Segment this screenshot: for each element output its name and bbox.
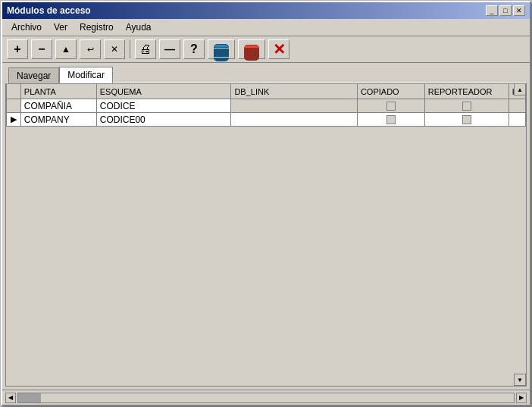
table-row[interactable]: ▶ COMPANY CODICE00 bbox=[7, 113, 526, 127]
cell-reporteador[interactable] bbox=[424, 99, 509, 113]
cell-db-link[interactable] bbox=[231, 99, 358, 113]
x-small-icon: ✕ bbox=[111, 44, 118, 55]
menu-registro[interactable]: Registro bbox=[74, 20, 120, 34]
cell-h bbox=[509, 113, 525, 127]
horizontal-scrollbar[interactable] bbox=[17, 393, 515, 403]
scrollbar-thumb[interactable] bbox=[18, 393, 41, 402]
question-icon: ? bbox=[190, 42, 198, 56]
plus-icon: + bbox=[14, 42, 20, 56]
cell-esquema[interactable]: CODICE00 bbox=[96, 113, 231, 127]
print-button[interactable]: 🖨 bbox=[135, 39, 156, 59]
help-button[interactable]: ? bbox=[183, 39, 205, 59]
scroll-left-button[interactable]: ◀ bbox=[5, 393, 16, 403]
col-planta: PLANTA bbox=[20, 84, 96, 99]
cell-db-link[interactable] bbox=[231, 113, 358, 127]
cell-h bbox=[509, 99, 525, 113]
col-copiado: COPIADO bbox=[357, 84, 424, 99]
close-large-button[interactable]: ✕ bbox=[268, 39, 289, 59]
col-reporteador: REPORTEADOR bbox=[424, 84, 509, 99]
tabs-area: Navegar Modificar bbox=[2, 63, 530, 83]
main-window: Módulos de acceso _ □ ✕ Archivo Ver Regi… bbox=[1, 1, 531, 406]
menu-archivo[interactable]: Archivo bbox=[5, 20, 48, 34]
tab-navegar[interactable]: Navegar bbox=[8, 67, 59, 83]
x-large-icon: ✕ bbox=[273, 40, 286, 58]
dash-icon: — bbox=[164, 43, 175, 55]
maximize-button[interactable]: □ bbox=[499, 5, 512, 16]
window-title: Módulos de acceso bbox=[7, 5, 91, 16]
cell-reporteador[interactable] bbox=[424, 113, 509, 127]
minus-icon: − bbox=[38, 42, 45, 56]
scrollbar-bottom: ▼ bbox=[514, 374, 526, 386]
main-content: PLANTA ESQUEMA DB_LINK COPIADO REPORTEAD… bbox=[5, 83, 527, 387]
cell-planta[interactable]: COMPAÑIA bbox=[20, 99, 96, 113]
scroll-up-indicator: ▲ bbox=[517, 86, 523, 93]
col-esquema: ESQUEMA bbox=[96, 84, 231, 99]
title-bar: Módulos de acceso _ □ ✕ bbox=[2, 2, 530, 19]
table-row[interactable]: COMPAÑIA CODICE bbox=[7, 99, 526, 113]
toolbar: + − ▲ ↩ ✕ 🖨 — ? bbox=[2, 36, 530, 63]
remove-button[interactable]: − bbox=[31, 39, 52, 59]
up-arrow-icon: ▲ bbox=[61, 44, 70, 55]
scrollbar-corner: ▲ bbox=[514, 83, 526, 95]
database-button[interactable] bbox=[208, 39, 235, 59]
scroll-down-indicator: ▼ bbox=[517, 377, 523, 384]
database-icon bbox=[214, 38, 229, 61]
close-button[interactable]: ✕ bbox=[513, 5, 525, 16]
toolbar-separator-1 bbox=[130, 40, 130, 58]
database-error-icon bbox=[244, 39, 259, 61]
checkbox-copiado[interactable] bbox=[386, 115, 396, 124]
data-table: PLANTA ESQUEMA DB_LINK COPIADO REPORTEAD… bbox=[6, 83, 526, 127]
col-indicator bbox=[7, 84, 21, 99]
cell-copiado[interactable] bbox=[357, 113, 424, 127]
bottom-bar: ◀ ▶ bbox=[2, 390, 530, 405]
minimize-button[interactable]: _ bbox=[486, 5, 498, 16]
tab-modificar[interactable]: Modificar bbox=[59, 67, 113, 83]
back-button[interactable]: ↩ bbox=[80, 39, 101, 59]
cell-copiado[interactable] bbox=[357, 99, 424, 113]
cell-planta[interactable]: COMPANY bbox=[20, 113, 96, 127]
cell-esquema[interactable]: CODICE bbox=[96, 99, 231, 113]
database-error-button[interactable] bbox=[238, 39, 265, 59]
row-indicator bbox=[7, 99, 21, 113]
row-indicator-selected: ▶ bbox=[7, 113, 21, 127]
menubar: Archivo Ver Registro Ayuda bbox=[2, 19, 530, 36]
title-bar-controls: _ □ ✕ bbox=[486, 5, 525, 16]
scroll-right-button[interactable]: ▶ bbox=[516, 393, 527, 403]
menu-ayuda[interactable]: Ayuda bbox=[120, 20, 158, 34]
checkbox-reporteador[interactable] bbox=[462, 115, 471, 124]
checkbox-reporteador[interactable] bbox=[462, 102, 471, 111]
cancel-button[interactable]: ✕ bbox=[104, 39, 125, 59]
col-db-link: DB_LINK bbox=[231, 84, 358, 99]
print-icon: 🖨 bbox=[139, 42, 152, 56]
add-button[interactable]: + bbox=[7, 39, 28, 59]
checkbox-copiado[interactable] bbox=[386, 102, 396, 111]
table-container[interactable]: PLANTA ESQUEMA DB_LINK COPIADO REPORTEAD… bbox=[6, 83, 526, 386]
menu-ver[interactable]: Ver bbox=[48, 20, 74, 34]
dash-button[interactable]: — bbox=[159, 39, 180, 59]
up-button[interactable]: ▲ bbox=[55, 39, 77, 59]
back-icon: ↩ bbox=[87, 45, 94, 55]
